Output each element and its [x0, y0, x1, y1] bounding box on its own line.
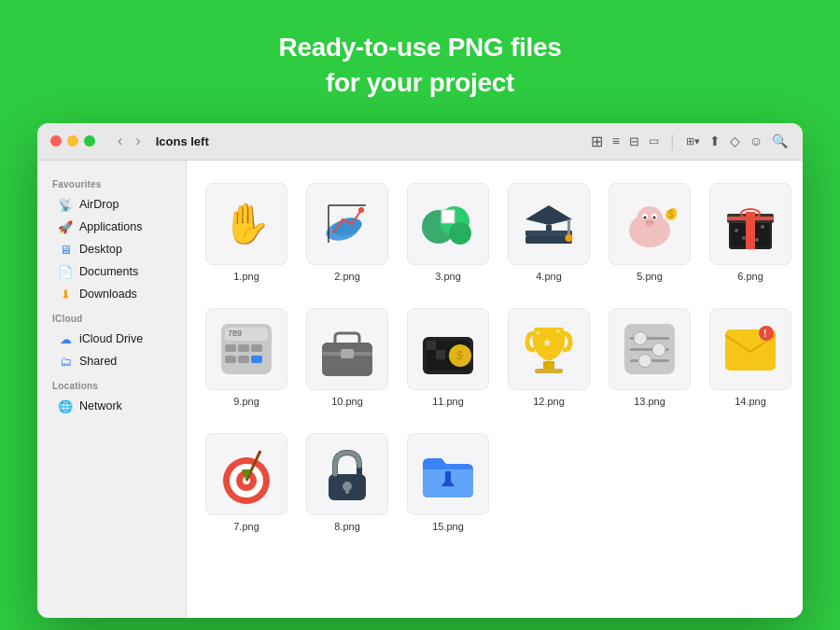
action-group: ⊞▾ ⬆ ◇ ☺ 🔍 [684, 132, 790, 150]
svg-point-23 [651, 221, 652, 223]
minimize-button[interactable] [67, 135, 78, 147]
file-name-15: 15.png [432, 521, 464, 532]
sidebar-item-shared[interactable]: 🗂 Shared [43, 351, 180, 372]
column-view-button[interactable]: ⊟ [627, 133, 641, 150]
file-item-13[interactable]: 13.png [605, 301, 694, 414]
svg-marker-10 [525, 205, 572, 225]
file-item-2[interactable]: 2.png [302, 175, 392, 289]
tag-button[interactable]: ◇ [728, 132, 742, 150]
svg-point-14 [566, 234, 573, 242]
file-name-5: 5.png [637, 271, 663, 282]
svg-point-69 [652, 343, 665, 356]
svg-rect-39 [225, 344, 236, 352]
file-item-7[interactable]: 7.png [202, 426, 291, 539]
downloads-label: Downloads [79, 287, 137, 301]
file-item-15[interactable]: 15.png [403, 426, 493, 539]
file-item-14[interactable]: ! 14.png [706, 301, 795, 414]
hero-line2: for your project [278, 65, 561, 101]
file-name-14: 14.png [735, 396, 766, 407]
close-button[interactable] [50, 135, 62, 147]
network-icon: 🌐 [58, 399, 73, 413]
file-name-13: 13.png [634, 396, 665, 407]
file-item-8[interactable]: 8.png [302, 426, 392, 539]
sidebar-item-icloud-drive[interactable]: ☁ iCloud Drive [43, 329, 180, 350]
svg-point-21 [645, 219, 654, 227]
svg-rect-41 [251, 344, 262, 352]
file-name-3: 3.png [435, 271, 461, 282]
finder-window: ‹ › Icons left ⊞ ≡ ⊟ ▭ | ⊞▾ ⬆ ◇ ☺ 🔍 [37, 123, 803, 618]
svg-rect-42 [225, 356, 236, 363]
svg-point-34 [742, 236, 746, 240]
shared-icon: 🗂 [58, 355, 73, 369]
svg-text:★: ★ [542, 336, 553, 349]
desktop-icon: 🖥 [58, 243, 73, 257]
nav-buttons: ‹ › [114, 132, 145, 150]
window-body: Favourites 📡 AirDrop 🚀 Applications 🖥 De… [37, 161, 803, 618]
sidebar-item-desktop[interactable]: 🖥 Desktop [43, 239, 180, 260]
file-name-7: 7.png [233, 521, 259, 532]
file-item-12[interactable]: ★ ★ ★ 12.png [504, 301, 594, 414]
sidebar-item-applications[interactable]: 🚀 Applications [43, 217, 180, 238]
svg-rect-59 [543, 361, 554, 369]
svg-point-7 [449, 222, 471, 245]
file-item-3[interactable]: 3.png [403, 175, 493, 289]
file-item-5[interactable]: $ 5.png [605, 175, 694, 289]
applications-icon: 🚀 [58, 220, 73, 234]
svg-text:789: 789 [228, 329, 242, 338]
emoji-button[interactable]: ☺ [748, 132, 764, 150]
file-name-6: 6.png [737, 271, 763, 282]
svg-rect-55 [427, 350, 436, 359]
file-item-6[interactable]: 6.png [706, 175, 795, 289]
airdrop-icon: 📡 [58, 198, 73, 212]
svg-rect-54 [436, 341, 445, 350]
applications-label: Applications [79, 220, 142, 233]
file-name-12: 12.png [533, 396, 565, 407]
svg-point-22 [647, 221, 649, 223]
hero-text: Ready-to-use PNG files for your project [278, 0, 561, 123]
group-button[interactable]: ⊞▾ [684, 133, 702, 149]
toolbar-actions: ⊞ ≡ ⊟ ▭ | ⊞▾ ⬆ ◇ ☺ 🔍 [589, 131, 790, 152]
gallery-view-button[interactable]: ▭ [647, 133, 661, 149]
file-grid: ✋1.png 2.png 3.png 4.png [202, 175, 788, 539]
file-area: ✋1.png 2.png 3.png 4.png [187, 161, 803, 618]
file-name-8: 8.png [334, 521, 360, 532]
file-name-11: 11.png [432, 396, 464, 407]
back-button[interactable]: ‹ [114, 132, 126, 150]
share-button[interactable]: ⬆ [707, 132, 722, 150]
svg-point-35 [761, 225, 764, 229]
icon-view-button[interactable]: ⊞ [589, 131, 605, 152]
search-button[interactable]: 🔍 [770, 132, 790, 150]
sidebar: Favourites 📡 AirDrop 🚀 Applications 🖥 De… [37, 161, 187, 618]
file-item-4[interactable]: 4.png [504, 175, 594, 289]
file-item-11[interactable]: $ 11.png [403, 301, 493, 414]
file-item-1[interactable]: ✋1.png [202, 175, 291, 289]
svg-rect-44 [251, 356, 262, 363]
sidebar-item-network[interactable]: 🌐 Network [43, 396, 180, 417]
file-item-9[interactable]: 789 9.png [202, 301, 291, 414]
file-name-2: 2.png [334, 271, 360, 282]
documents-icon: 📄 [58, 265, 73, 279]
file-name-10: 10.png [331, 396, 363, 407]
downloads-icon: ⬇ [58, 287, 73, 301]
svg-rect-81 [345, 486, 349, 494]
svg-rect-53 [427, 341, 436, 350]
locations-label: Locations [37, 373, 186, 395]
fullscreen-button[interactable] [84, 135, 95, 147]
svg-rect-83 [445, 471, 451, 486]
file-name-1: 1.png [233, 271, 259, 282]
svg-point-68 [634, 331, 647, 344]
list-view-button[interactable]: ≡ [610, 132, 622, 150]
sidebar-item-downloads[interactable]: ⬇ Downloads [43, 284, 180, 305]
svg-point-36 [755, 238, 759, 242]
sidebar-item-airdrop[interactable]: 📡 AirDrop [43, 194, 180, 216]
sidebar-item-documents[interactable]: 📄 Documents [43, 261, 180, 283]
network-label: Network [79, 399, 122, 413]
shared-label: Shared [79, 355, 117, 368]
forward-button[interactable]: › [132, 132, 144, 150]
svg-rect-40 [238, 344, 249, 352]
file-item-10[interactable]: 10.png [302, 301, 392, 414]
svg-text:!: ! [763, 329, 766, 339]
icloud-label: iCloud [37, 306, 186, 328]
icloud-drive-label: iCloud Drive [79, 332, 143, 345]
titlebar: ‹ › Icons left ⊞ ≡ ⊟ ▭ | ⊞▾ ⬆ ◇ ☺ 🔍 [37, 123, 803, 161]
